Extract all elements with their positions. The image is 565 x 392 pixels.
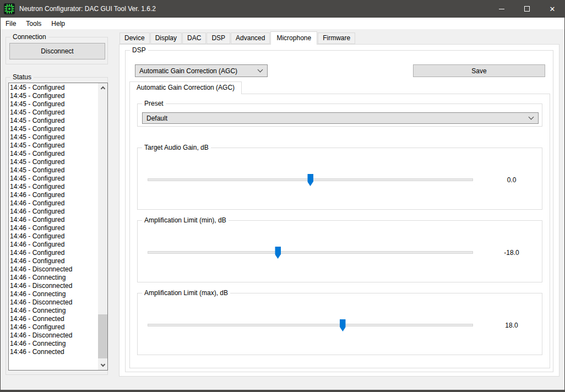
status-list-item[interactable]: 14:46 - Configured [10,241,98,249]
status-list-item[interactable]: 14:46 - Disconnected [10,265,98,274]
status-list-item[interactable]: 14:46 - Disconnected [10,282,98,290]
tab[interactable]: Firmware [318,32,355,44]
titlebar: Neutron Configurator: DAC GUI Tool Ver. … [0,0,565,18]
scroll-down-button[interactable] [98,361,107,370]
chevron-down-icon [529,115,534,120]
chevron-down-icon [258,67,263,73]
status-list-item[interactable]: 14:46 - Configured [10,224,98,232]
menubar: FileToolsHelp [1,18,564,29]
status-list-item[interactable]: 14:46 - Disconnected [10,331,98,340]
status-list-item[interactable]: 14:46 - Configured [10,208,98,216]
chevron-down-icon [100,362,105,367]
minimize-button[interactable] [489,0,514,18]
tab[interactable]: Display [150,32,182,44]
slider-thumb[interactable] [307,174,313,186]
slider-thumb[interactable] [275,247,281,259]
scrollbar-thumb[interactable] [98,314,107,358]
slider-group: Target Audio Gain, dB 0.0 [137,148,542,210]
status-list-item[interactable]: 14:45 - Configured [10,117,98,125]
status-group: Status 14:45 - Configured14:45 - Configu… [6,77,108,375]
slider-thumb[interactable] [340,319,346,331]
tab[interactable]: Microphone [270,31,317,45]
connection-group: Connection Disconnect [6,37,108,64]
save-button[interactable]: Save [413,64,545,77]
status-list-item[interactable]: 14:45 - Configured [10,158,98,166]
tab[interactable]: DAC [182,32,206,44]
maximize-icon [524,6,530,12]
disconnect-button[interactable]: Disconnect [9,43,105,59]
tab[interactable]: Device [119,32,150,44]
status-list-item[interactable]: 14:45 - Configured [10,108,98,117]
status-list-item[interactable]: 14:45 - Configured [10,100,98,108]
slider-value: -18.0 [490,249,534,257]
preset-group-label: Preset [142,100,166,108]
tab-label: DSP [211,34,225,42]
status-list-item[interactable]: 14:46 - Connecting [10,274,98,282]
status-list-item[interactable]: 14:45 - Configured [10,183,98,191]
dsp-module-select-value: Automatic Gain Correction (AGC) [139,67,237,75]
slider-group-label: Amplification Limit (max), dB [142,289,230,297]
scroll-up-button[interactable] [98,83,107,92]
menu-item[interactable]: Help [46,18,70,29]
status-list-item[interactable]: 14:46 - Connected [10,315,98,323]
close-icon: ✕ [550,6,556,13]
tab-label: DAC [187,34,201,42]
status-list-item[interactable]: 14:45 - Configured [10,150,98,158]
status-list-item[interactable]: 14:46 - Configured [10,216,98,224]
status-list-item[interactable]: 14:46 - Connecting [10,340,98,348]
status-list-item[interactable]: 14:45 - Configured [10,125,98,133]
status-list-item[interactable]: 14:45 - Configured [10,84,98,92]
minimize-icon [499,9,504,9]
maximize-button[interactable] [514,0,540,18]
status-list-item[interactable]: 14:46 - Connecting [10,290,98,298]
slider-value: 0.0 [490,176,534,184]
tab-label: Microphone [276,34,311,42]
status-list-item[interactable]: 14:46 - Connecting [10,307,98,315]
preset-select-value: Default [146,115,167,122]
slider-track[interactable] [148,251,473,254]
status-list-item[interactable]: 14:45 - Configured [10,141,98,150]
slider-value: 18.0 [490,322,534,329]
window-controls: ✕ [489,0,565,18]
agc-subtab-label: Automatic Gain Correction (AGC) [137,84,235,91]
status-list-item[interactable]: 14:46 - Configured [10,232,98,241]
status-list-item[interactable]: 14:45 - Configured [10,133,98,141]
menu-item[interactable]: File [1,18,21,29]
status-list-item[interactable]: 14:46 - Disconnected [10,298,98,307]
slider-group-label: Amplification Limit (min), dB [142,216,229,225]
tab-label: Display [155,34,177,42]
slider-section: Target Audio Gain, dB 0.0 Amplification … [137,148,542,366]
app-icon [4,3,15,14]
slider-group: Amplification Limit (max), dB 18.0 [137,293,542,355]
slider-group: Amplification Limit (min), dB -18.0 [137,220,542,282]
tab[interactable]: DSP [207,32,230,44]
status-scrollbar[interactable] [98,83,107,370]
dsp-group-label: DSP [130,46,148,55]
status-list-item[interactable]: 14:46 - Configured [10,199,98,208]
status-list-item[interactable]: 14:45 - Configured [10,92,98,100]
preset-group: Preset Default [137,104,542,127]
status-list: 14:45 - Configured14:45 - Configured14:4… [9,83,98,370]
status-group-label: Status [10,73,34,81]
connection-group-label: Connection [10,33,48,41]
tab[interactable]: Advanced [231,32,270,44]
status-list-item[interactable]: 14:46 - Configured [10,249,98,257]
status-list-item[interactable]: 14:46 - Connected [10,348,98,356]
slider-track[interactable] [148,324,473,326]
slider-track[interactable] [148,178,473,181]
menu-item[interactable]: Tools [21,18,46,29]
preset-select[interactable]: Default [142,112,539,124]
window-title: Neutron Configurator: DAC GUI Tool Ver. … [19,5,156,13]
agc-subtab[interactable]: Automatic Gain Correction (AGC) [129,81,242,94]
status-list-item[interactable]: 14:46 - Configured [10,257,98,265]
tab-strip: DeviceDisplayDACDSPAdvancedMicrophoneFir… [119,31,356,45]
status-list-item[interactable]: 14:45 - Configured [10,175,98,183]
status-list-item[interactable]: 14:45 - Configured [10,166,98,175]
close-button[interactable]: ✕ [540,0,565,18]
status-list-item[interactable]: 14:46 - Configured [10,191,98,199]
dsp-module-select[interactable]: Automatic Gain Correction (AGC) [135,64,268,77]
status-list-item[interactable]: 14:46 - Configured [10,323,98,331]
chevron-up-icon [100,86,105,91]
status-listbox[interactable]: 14:45 - Configured14:45 - Configured14:4… [8,83,108,371]
slider-group-label: Target Audio Gain, dB [142,144,211,152]
